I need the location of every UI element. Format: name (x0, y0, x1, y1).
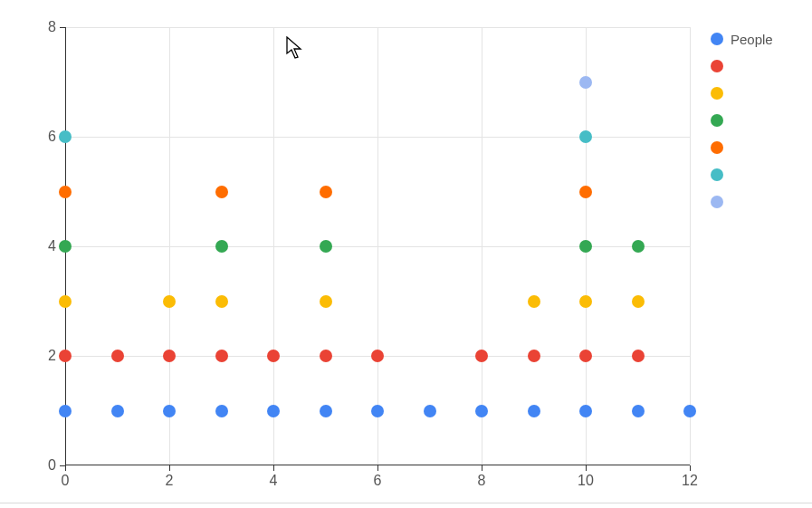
gridline-vertical (482, 27, 482, 465)
legend-swatch-icon (711, 60, 723, 72)
data-point[interactable] (424, 405, 436, 417)
x-tick-label: 6 (374, 465, 382, 489)
x-tick-label: 10 (578, 465, 594, 489)
data-point[interactable] (111, 350, 124, 362)
page-divider (0, 503, 812, 503)
legend-swatch-icon (711, 87, 723, 100)
data-point[interactable] (59, 240, 72, 253)
data-point[interactable] (163, 295, 176, 308)
data-point[interactable] (215, 405, 228, 417)
data-point[interactable] (320, 350, 332, 362)
data-point[interactable] (59, 295, 72, 308)
gridline-vertical (377, 27, 378, 465)
legend-item[interactable] (711, 161, 773, 188)
data-point[interactable] (59, 186, 72, 198)
data-point[interactable] (371, 405, 384, 417)
x-tick-label: 12 (682, 465, 698, 489)
data-point[interactable] (163, 350, 176, 362)
gridline-vertical (169, 27, 170, 465)
data-point[interactable] (579, 130, 592, 143)
legend-item[interactable] (711, 188, 773, 216)
data-point[interactable] (320, 295, 332, 308)
x-tick-label: 0 (62, 465, 70, 489)
legend-swatch-icon (711, 114, 723, 127)
data-point[interactable] (579, 186, 592, 198)
x-tick-label: 2 (166, 465, 174, 489)
x-tick-label: 4 (270, 465, 278, 489)
legend-swatch-icon (711, 168, 723, 181)
data-point[interactable] (528, 405, 540, 417)
data-point[interactable] (320, 186, 332, 198)
data-point[interactable] (632, 350, 645, 362)
scatter-chart: 02468024681012 People (0, 0, 812, 508)
data-point[interactable] (528, 295, 540, 308)
legend-item[interactable] (711, 80, 773, 107)
data-point[interactable] (683, 405, 696, 417)
data-point[interactable] (579, 295, 592, 308)
legend-label: People (731, 32, 773, 47)
data-point[interactable] (267, 350, 280, 362)
data-point[interactable] (579, 76, 592, 89)
data-point[interactable] (163, 405, 176, 417)
plot-area[interactable]: 02468024681012 (65, 27, 690, 465)
data-point[interactable] (528, 350, 540, 362)
data-point[interactable] (371, 350, 384, 362)
x-axis (65, 465, 690, 465)
data-point[interactable] (59, 350, 72, 362)
legend-swatch-icon (711, 196, 723, 208)
data-point[interactable] (632, 405, 645, 417)
data-point[interactable] (59, 130, 72, 143)
data-point[interactable] (475, 405, 488, 417)
data-point[interactable] (215, 295, 228, 308)
data-point[interactable] (579, 240, 592, 253)
gridline-vertical (690, 27, 691, 465)
legend-swatch-icon (711, 33, 723, 45)
data-point[interactable] (215, 186, 228, 198)
legend-item[interactable] (711, 53, 773, 80)
legend-item[interactable]: People (711, 25, 773, 53)
gridline-vertical (273, 27, 274, 465)
data-point[interactable] (579, 350, 592, 362)
data-point[interactable] (111, 405, 124, 417)
data-point[interactable] (267, 405, 280, 417)
data-point[interactable] (215, 240, 228, 253)
legend-item[interactable] (711, 107, 773, 134)
legend: People (711, 25, 773, 216)
x-tick-label: 8 (478, 465, 486, 489)
data-point[interactable] (320, 405, 332, 417)
data-point[interactable] (320, 240, 332, 253)
legend-item[interactable] (711, 134, 773, 161)
data-point[interactable] (475, 350, 488, 362)
data-point[interactable] (579, 405, 592, 417)
data-point[interactable] (632, 295, 645, 308)
y-tick-label: 8 (48, 19, 65, 35)
data-point[interactable] (215, 350, 228, 362)
legend-swatch-icon (711, 141, 723, 154)
data-point[interactable] (632, 240, 645, 253)
data-point[interactable] (59, 405, 72, 417)
